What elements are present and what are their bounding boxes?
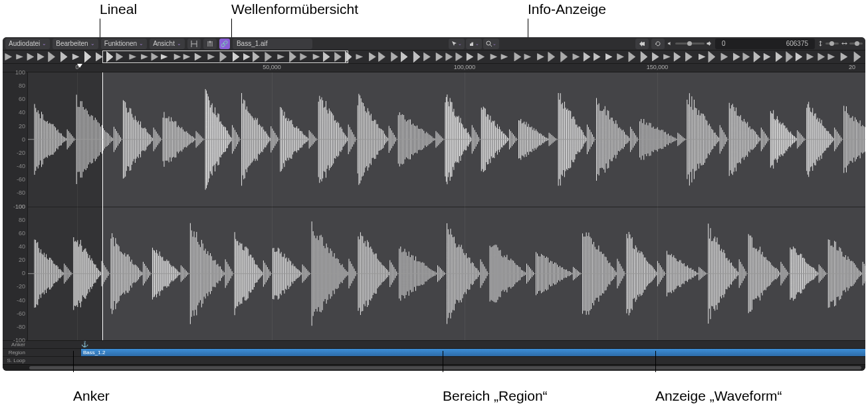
region-row: Region Bass_1.2 xyxy=(3,348,865,356)
volume-slider[interactable] xyxy=(675,43,705,45)
ruler-tick: 50,000 xyxy=(263,64,281,70)
ruler-tick: 0 xyxy=(75,64,78,70)
overview-visible-range[interactable] xyxy=(102,51,348,63)
volume-low-icon xyxy=(667,41,673,47)
anker-row: Anker ⚓ xyxy=(3,340,865,348)
callout-lineal: Lineal xyxy=(100,1,137,17)
callout-wellenform: Wellenformübersicht xyxy=(231,1,358,17)
region-bar[interactable]: Bass_1.2 xyxy=(81,349,865,356)
sloop-row: S. Loop xyxy=(3,356,865,364)
menu-audiodatei[interactable]: Audiodatei⌄ xyxy=(5,39,50,49)
file-chip[interactable]: Bass_1.aif xyxy=(233,39,312,49)
callout-anker: Anker xyxy=(73,373,110,389)
amplitude-scale: 100806040200-20-40-60-80-100 10080604020… xyxy=(3,72,28,340)
horizontal-scrollbar[interactable] xyxy=(3,364,865,371)
menu-bearbeiten[interactable]: Bearbeiten⌄ xyxy=(53,39,98,49)
flex-icon[interactable] xyxy=(203,39,217,49)
cycle-icon[interactable] xyxy=(651,39,665,49)
waveform-canvas[interactable] xyxy=(28,72,865,340)
svg-point-1 xyxy=(487,41,490,45)
svg-point-0 xyxy=(209,41,211,43)
tool-selector: ⌄ ⌄ ⌄ xyxy=(449,39,499,49)
info-length: 606375 xyxy=(786,40,808,47)
hzoom-control[interactable] xyxy=(841,41,863,47)
menu-funktionen[interactable]: Funktionen⌄ xyxy=(101,39,147,49)
ruler-tick: 20 xyxy=(849,64,855,70)
callout-info: Info-Anzeige xyxy=(528,1,606,17)
volume-control[interactable] xyxy=(667,41,712,47)
toolbar: Audiodatei⌄ Bearbeiten⌄ Funktionen⌄ Ansi… xyxy=(3,37,865,51)
waveform-display[interactable]: 100806040200-20-40-60-80-100 10080604020… xyxy=(3,72,865,340)
vzoom-control[interactable] xyxy=(817,41,839,47)
ruler-tick: 150,000 xyxy=(647,64,669,70)
hzoom-icon xyxy=(841,41,847,47)
info-display: 0 606375 xyxy=(715,39,815,49)
ruler-tick: 100,000 xyxy=(454,64,476,70)
volume-high-icon xyxy=(706,41,712,47)
callouts-top: Lineal Wellenformübersicht Info-Anzeige xyxy=(0,1,868,36)
callout-waveform: Anzeige „Waveform“ xyxy=(655,373,782,389)
scrollbar-thumb[interactable] xyxy=(29,366,861,369)
preview-icon[interactable] xyxy=(635,39,649,49)
snap-icon[interactable] xyxy=(187,39,201,49)
playhead-line[interactable] xyxy=(102,72,103,340)
waveform-overview[interactable] xyxy=(3,51,865,64)
vzoom-icon xyxy=(817,41,823,47)
region-area: Anker ⚓ Region Bass_1.2 S. Loop xyxy=(3,340,865,364)
info-position: 0 xyxy=(722,40,726,47)
pointer-tool-icon[interactable]: ⌄ xyxy=(449,39,465,49)
region-name: Bass_1.2 xyxy=(83,350,105,356)
zoom-tool-icon[interactable]: ⌄ xyxy=(483,39,499,49)
audio-file-editor: Audiodatei⌄ Bearbeiten⌄ Funktionen⌄ Ansi… xyxy=(3,37,865,371)
callouts-bottom: Anker Bereich „Region“ Anzeige „Waveform… xyxy=(0,373,868,405)
callout-region: Bereich „Region“ xyxy=(443,373,548,389)
menu-ansicht[interactable]: Ansicht⌄ xyxy=(150,39,185,49)
filename-label: Bass_1.aif xyxy=(237,40,268,47)
hand-tool-icon[interactable]: ⌄ xyxy=(466,39,482,49)
anchor-icon[interactable]: ⚓ xyxy=(81,341,88,348)
ruler[interactable]: 050,000100,000150,00020 xyxy=(3,64,865,72)
link-icon[interactable]: 🔗 xyxy=(219,39,230,49)
